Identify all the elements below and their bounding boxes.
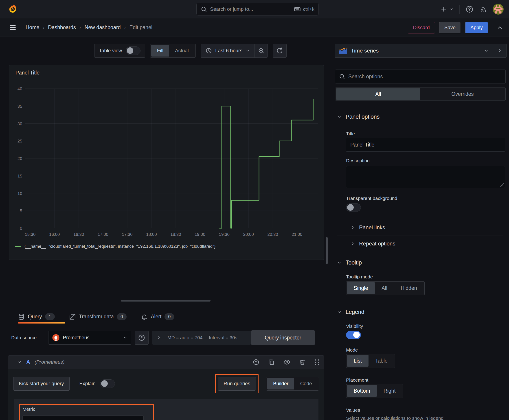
collapse-options-pane-icon[interactable]	[496, 24, 503, 31]
run-queries-button[interactable]: Run queries	[218, 377, 256, 391]
clock-icon	[205, 47, 212, 54]
menu-toggle-icon[interactable]	[9, 24, 17, 31]
chevron-right-icon	[157, 335, 161, 340]
datasource-help-icon[interactable]	[135, 331, 149, 345]
user-avatar[interactable]	[493, 4, 504, 15]
tab-overrides[interactable]: Overrides	[420, 88, 505, 100]
legend-placement-bottom[interactable]: Bottom	[347, 385, 377, 397]
global-search-box[interactable]: ctrl+k	[196, 3, 319, 15]
legend-placement-right[interactable]: Right	[377, 385, 403, 397]
table-view-control: Table view	[94, 44, 145, 58]
chevron-down-icon[interactable]	[17, 360, 22, 365]
pane-resize-handle[interactable]	[121, 300, 211, 301]
query-builder-body: Metric cloudflared_tunnel_total_requests…	[14, 399, 319, 420]
description-label: Description	[331, 158, 509, 163]
panel-preview: Panel Title 051015202530354015:3016:0016…	[9, 65, 324, 260]
tab-query[interactable]: Query 1	[18, 309, 55, 324]
help-icon[interactable]	[465, 5, 473, 13]
save-button[interactable]: Save	[439, 22, 461, 33]
svg-text:10: 10	[17, 191, 22, 196]
breadcrumb-separator: ›	[43, 25, 45, 30]
collapse-viz-pane-icon[interactable]	[493, 44, 507, 58]
transparent-background-toggle[interactable]	[346, 203, 361, 212]
hide-query-icon[interactable]	[283, 359, 290, 366]
svg-text:20:30: 20:30	[267, 232, 278, 237]
legend-placement-label: Placement	[331, 377, 509, 383]
legend-section-header[interactable]: Legend	[331, 309, 509, 315]
builder-option[interactable]: Builder	[267, 378, 294, 390]
legend-mode-switch: List Table	[346, 354, 395, 368]
edit-panel-left-pane: Table view Fill Actual Last 6 hours	[0, 37, 329, 420]
tooltip-mode-single[interactable]: Single	[347, 282, 375, 294]
actual-option[interactable]: Actual	[169, 45, 195, 57]
breadcrumb-home[interactable]: Home	[26, 24, 39, 30]
prometheus-icon	[52, 334, 60, 341]
time-series-chart[interactable]: 051015202530354015:3016:0016:3017:0017:3…	[13, 87, 321, 242]
legend-mode-table[interactable]: Table	[369, 355, 394, 367]
metric-label: Metric	[23, 406, 150, 412]
svg-text:17:30: 17:30	[122, 232, 133, 237]
transparent-background-label: Transparent background	[331, 196, 509, 201]
query-options-summary[interactable]: MD = auto = 704 Interval = 30s	[152, 331, 251, 345]
tab-transform-data[interactable]: Transform data 0	[69, 309, 127, 324]
transform-count-badge: 0	[117, 313, 127, 320]
resize-grip-icon[interactable]	[500, 183, 504, 187]
query-count-badge: 1	[45, 313, 55, 320]
description-textarea[interactable]	[346, 166, 505, 188]
code-option[interactable]: Code	[294, 378, 318, 390]
delete-query-icon[interactable]	[299, 359, 306, 366]
breadcrumb-new-dashboard[interactable]: New dashboard	[85, 24, 121, 30]
drag-query-handle[interactable]	[315, 360, 319, 365]
series-label[interactable]: {__name__="cloudflared_tunnel_total_requ…	[24, 244, 215, 249]
database-icon	[18, 314, 25, 320]
svg-text:20:00: 20:00	[243, 232, 254, 237]
legend-placement-switch: Bottom Right	[346, 384, 403, 398]
duplicate-query-icon[interactable]	[268, 359, 275, 366]
explain-label: Explain	[79, 381, 96, 387]
global-search-input[interactable]	[210, 6, 291, 12]
discard-button[interactable]: Discard	[408, 22, 435, 33]
panel-title-input[interactable]	[346, 138, 505, 152]
zoom-out-time-icon[interactable]	[255, 44, 267, 57]
explain-toggle[interactable]	[100, 379, 115, 388]
legend-visibility-label: Visibility	[331, 323, 509, 329]
kick-start-query-button[interactable]: Kick start your query	[13, 377, 69, 391]
grafana-logo-icon[interactable]	[8, 4, 18, 14]
add-new-dropdown[interactable]	[440, 6, 454, 13]
options-search-box[interactable]	[335, 69, 506, 83]
metric-select[interactable]: cloudflared_tunnel_total_requests	[23, 415, 144, 420]
time-range-button[interactable]: Last 6 hours	[201, 47, 255, 54]
tooltip-section-header[interactable]: Tooltip	[331, 259, 509, 266]
panel-links-section[interactable]: Panel links	[331, 224, 509, 231]
tooltip-mode-all[interactable]: All	[375, 282, 394, 294]
tab-all[interactable]: All	[336, 88, 420, 100]
svg-text:20: 20	[17, 156, 22, 161]
series-color-dash[interactable]	[15, 246, 21, 247]
query-help-icon[interactable]	[253, 359, 259, 366]
refresh-icon[interactable]	[273, 44, 287, 58]
query-row-header[interactable]: A (Prometheus)	[8, 356, 324, 369]
panel-title: Panel Title	[15, 70, 39, 76]
apply-button[interactable]: Apply	[465, 22, 488, 33]
chevron-right-icon	[350, 241, 355, 246]
tooltip-mode-hidden[interactable]: Hidden	[394, 282, 424, 294]
visualization-picker[interactable]: Time series	[335, 44, 493, 58]
search-shortcut: ctrl+k	[294, 6, 314, 13]
table-view-toggle[interactable]	[126, 46, 140, 55]
news-rss-icon[interactable]	[479, 5, 487, 13]
panel-options-header[interactable]: Panel options	[331, 113, 509, 120]
fill-option[interactable]: Fill	[151, 45, 169, 57]
query-datasource-hint: (Prometheus)	[35, 359, 244, 365]
tab-alert[interactable]: Alert 0	[141, 309, 174, 324]
bell-icon	[141, 314, 148, 320]
grafana-edit-panel-screen: ctrl+k	[0, 0, 509, 420]
datasource-picker[interactable]: Prometheus	[48, 331, 131, 345]
legend-mode-list[interactable]: List	[347, 355, 369, 367]
breadcrumb-dashboards[interactable]: Dashboards	[48, 24, 76, 30]
options-search-input[interactable]	[348, 74, 502, 80]
breadcrumb-edit-panel: Edit panel	[129, 24, 152, 30]
query-inspector-button[interactable]: Query inspector	[251, 330, 315, 345]
legend-visibility-toggle[interactable]	[346, 331, 361, 339]
left-pane-scrollbar[interactable]	[326, 237, 328, 264]
repeat-options-section[interactable]: Repeat options	[331, 240, 509, 247]
